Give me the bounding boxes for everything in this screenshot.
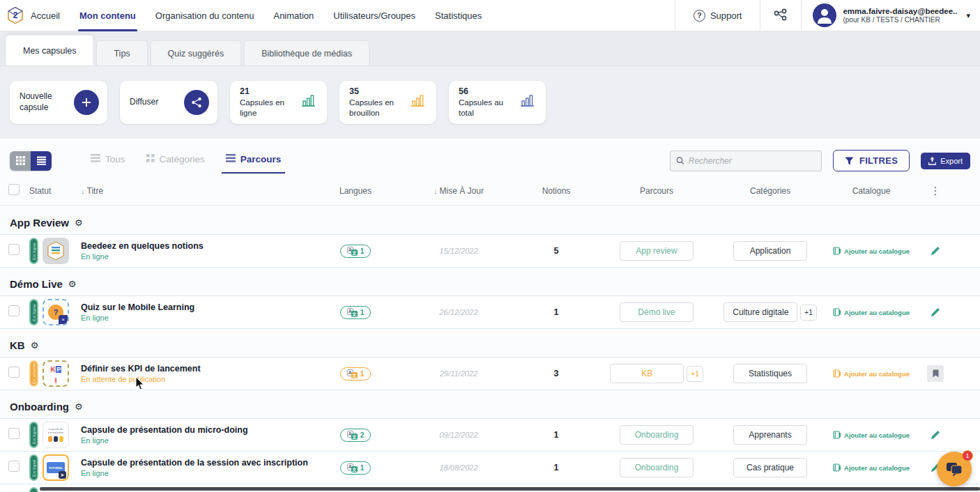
languages-badge[interactable]: A文1 xyxy=(340,461,372,475)
nav-accueil[interactable]: Accueil xyxy=(31,0,60,31)
stat-card-capsules-au-total[interactable]: 56 Capsules au total xyxy=(449,81,546,124)
group-settings-gear-icon[interactable]: ⚙ xyxy=(75,217,83,228)
capsule-row[interactable]: En ligne?×Quiz sur le Mobile LearningEn … xyxy=(0,295,980,329)
translate-icon: A文 xyxy=(347,463,358,472)
category-button[interactable]: Application xyxy=(733,241,807,261)
beedeez-logo[interactable]: 2 xyxy=(0,0,31,31)
add-to-catalogue-link[interactable]: Ajouter au catalogue xyxy=(822,369,920,378)
category-button-more-chip[interactable]: +1 xyxy=(800,305,816,321)
nav-right: ? Support emma.faivre-daisay@beedee.. (p… xyxy=(675,0,980,31)
status-pill: En ligne xyxy=(29,487,38,492)
filter-categories[interactable]: Catégories xyxy=(146,154,205,167)
notions-count: 1 xyxy=(517,430,595,440)
parcours-button[interactable]: Onboarding xyxy=(620,458,694,477)
col-catalogue[interactable]: Catalogue xyxy=(822,186,920,196)
add-to-catalogue-link[interactable]: Ajouter au catalogue xyxy=(822,463,920,472)
nav-animation[interactable]: Animation xyxy=(273,0,314,31)
col-parcours[interactable]: Parcours xyxy=(595,186,718,196)
tab-tips[interactable]: Tips xyxy=(96,40,147,66)
bar-chart-icon xyxy=(300,93,317,112)
tab-quiz-suggeres[interactable]: Quiz suggérés xyxy=(151,40,242,66)
row-checkbox[interactable] xyxy=(8,428,20,439)
row-checkbox[interactable] xyxy=(8,461,20,472)
add-to-catalogue-link[interactable]: Ajouter au catalogue xyxy=(822,308,920,316)
search-input[interactable] xyxy=(689,156,816,166)
category-button[interactable]: Statistiques xyxy=(733,364,807,383)
status-pill: En ligne xyxy=(29,454,38,481)
stat-label-online: Capsules en ligne xyxy=(240,98,297,118)
stat-card-capsules-en-brouillon[interactable]: 35 Capsules en brouillon xyxy=(339,81,436,124)
horizontal-scrollbar[interactable] xyxy=(40,487,980,491)
capsule-row[interactable]: En attenteKPIDéfinir ses KPI de lancemen… xyxy=(0,357,980,390)
edit-pencil-icon[interactable] xyxy=(930,429,941,440)
col-mise-a-jour[interactable]: ↓Mise À Jour xyxy=(400,186,517,196)
col-notions[interactable]: Notions xyxy=(517,186,595,196)
row-checkbox[interactable] xyxy=(8,244,20,255)
parcours-button[interactable]: KB xyxy=(610,364,684,383)
nav-organisation-du-contenu[interactable]: Organisation du contenu xyxy=(155,0,254,31)
bookmark-button[interactable] xyxy=(927,365,944,382)
col-categories[interactable]: Catégories xyxy=(718,186,822,196)
edit-pencil-icon[interactable] xyxy=(930,307,941,318)
tab-bibliotheque-de-medias[interactable]: Bibliothèque de médias xyxy=(244,40,369,66)
stat-label-total: Capsules au total xyxy=(459,98,516,118)
add-to-catalogue-link[interactable]: Ajouter au catalogue xyxy=(822,431,920,439)
status-pill: En ligne xyxy=(29,422,38,448)
export-button[interactable]: Export xyxy=(921,153,970,169)
user-menu[interactable]: emma.faivre-daisay@beedee.. (pour KB / T… xyxy=(801,0,980,31)
group-settings-gear-icon[interactable]: ⚙ xyxy=(31,340,39,351)
category-button[interactable]: Cas pratique xyxy=(733,458,807,477)
list-view-button[interactable] xyxy=(31,151,52,171)
support-button[interactable]: ? Support xyxy=(675,0,760,31)
add-to-catalogue-link[interactable]: Ajouter au catalogue xyxy=(822,247,920,255)
capsule-row[interactable]: En ligneCapsule deprésentationCapsule de… xyxy=(0,418,980,452)
languages-badge[interactable]: A文1 xyxy=(340,245,372,258)
filter-parcours[interactable]: Parcours xyxy=(226,154,282,167)
grid-view-button[interactable] xyxy=(10,151,31,171)
organization-share-button[interactable] xyxy=(760,0,801,31)
new-capsule-card[interactable]: Nouvelle capsule xyxy=(10,81,107,124)
diffuser-label: Diffuser xyxy=(130,97,174,108)
parcours-button[interactable]: Onboarding xyxy=(620,425,694,445)
capsule-title[interactable]: Définir ses KPI de lancement xyxy=(81,363,311,374)
languages-badge[interactable]: A文2 xyxy=(340,429,372,442)
group-settings-gear-icon[interactable]: ⚙ xyxy=(68,279,77,289)
group-settings-gear-icon[interactable]: ⚙ xyxy=(75,401,83,412)
edit-pencil-icon[interactable] xyxy=(930,245,941,256)
col-statut[interactable]: Statut xyxy=(29,186,81,196)
filter-tous[interactable]: Tous xyxy=(91,154,125,167)
select-all-checkbox[interactable] xyxy=(8,184,20,195)
category-button[interactable]: Culture digitale xyxy=(723,302,797,322)
col-titre[interactable]: ↓Titre xyxy=(81,186,311,196)
stat-card-capsules-en-ligne[interactable]: 21 Capsules en ligne xyxy=(230,81,327,124)
parcours-button[interactable]: App review xyxy=(620,241,694,261)
capsule-thumbnail xyxy=(43,238,69,264)
filtres-button[interactable]: FILTRES xyxy=(833,150,910,171)
parcours-button-more-chip[interactable]: +1 xyxy=(687,366,703,382)
catalogue-icon xyxy=(833,463,841,472)
tab-mes-capsules[interactable]: Mes capsules xyxy=(6,35,93,66)
row-checkbox[interactable] xyxy=(8,305,20,316)
chat-widget-button[interactable]: 1 xyxy=(937,452,972,486)
languages-badge[interactable]: A文1 xyxy=(340,306,372,319)
row-checkbox[interactable] xyxy=(8,367,20,378)
chevron-down-icon[interactable]: ▾ xyxy=(966,11,970,20)
capsule-row[interactable]: En ligneTUTORIAL➤Capsule de présentation… xyxy=(0,451,980,484)
category-button[interactable]: Apprenants xyxy=(733,425,807,445)
capsule-title[interactable]: Capsule de présentation de la session av… xyxy=(81,457,311,468)
new-capsule-label: Nouvelle capsule xyxy=(20,91,64,113)
nav-statistiques[interactable]: Statistiques xyxy=(435,0,482,31)
parcours-button[interactable]: Démo live xyxy=(620,302,694,322)
user-text: emma.faivre-daisay@beedee.. (pour KB / T… xyxy=(843,6,957,25)
capsule-row[interactable]: En ligneBeedeez en quelques notionsEn li… xyxy=(0,234,980,268)
capsule-title[interactable]: Quiz sur le Mobile Learning xyxy=(81,302,311,313)
capsule-title[interactable]: Capsule de présentation du micro-doing xyxy=(81,424,311,436)
capsule-title[interactable]: Beedeez en quelques notions xyxy=(81,240,311,252)
col-langues[interactable]: Langues xyxy=(311,186,400,196)
diffuser-card[interactable]: Diffuser xyxy=(120,81,217,124)
nav-utilisateurs-groupes[interactable]: Utilisateurs/Groupes xyxy=(333,0,415,31)
column-menu-icon[interactable]: ⋮ xyxy=(920,185,951,197)
nav-mon-contenu[interactable]: Mon contenu xyxy=(79,0,136,31)
status-pill: En ligne xyxy=(29,238,38,264)
languages-badge[interactable]: A文1 xyxy=(340,367,372,380)
